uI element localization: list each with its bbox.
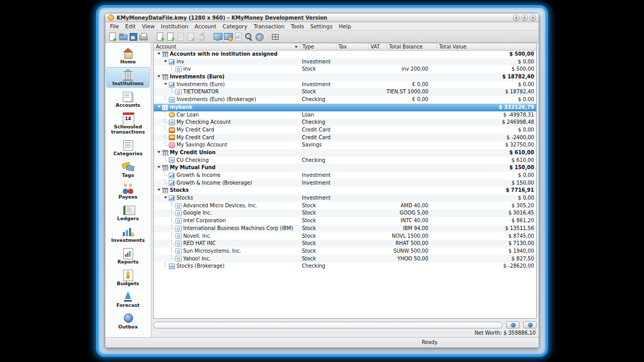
- account-name: My Mutual Fund: [170, 164, 215, 172]
- type-cell: Investment: [300, 179, 336, 187]
- sidebar-item-ledgers[interactable]: Ledgers: [106, 202, 150, 223]
- account-row[interactable]: Google Inc.StockGOOG 5,00$ 3016,45: [154, 209, 536, 217]
- account-row[interactable]: Investments (Euro) (Brokerage)Checking€ …: [154, 96, 536, 104]
- restore-button[interactable]: ∧: [521, 14, 528, 21]
- savings-icon: [169, 142, 175, 148]
- column-header-vat[interactable]: VAT: [368, 43, 387, 50]
- sidebar-item-forecast[interactable]: Forecast: [106, 289, 150, 309]
- menu-tools[interactable]: Tools: [287, 23, 307, 30]
- menu-view[interactable]: View: [139, 23, 158, 30]
- account-row[interactable]: My Mutual Fund$ 150,00: [154, 164, 536, 172]
- menu-help[interactable]: Help: [335, 23, 354, 30]
- column-header-tax[interactable]: Tax: [336, 43, 368, 50]
- update-prices-button-icon[interactable]: [254, 32, 264, 41]
- account-row[interactable]: StocksInvestment$ 0,00: [154, 194, 536, 202]
- expander-icon[interactable]: [163, 194, 168, 202]
- expander-icon[interactable]: [163, 58, 168, 66]
- total-balance-cell: [387, 164, 437, 172]
- sidebar-item-label: Tags: [107, 173, 149, 178]
- column-header-total-balance[interactable]: Total Balance: [387, 43, 437, 50]
- account-name: Accounts with no institution assigned: [170, 51, 278, 58]
- titlebar[interactable]: KMyMoneyDataFile.kmy (1280 x 960) – KMyM…: [105, 13, 539, 22]
- tax-cell: [336, 172, 368, 179]
- menu-account[interactable]: Account: [191, 23, 219, 30]
- menu-file[interactable]: File: [107, 23, 122, 30]
- save-button-icon[interactable]: [128, 32, 138, 41]
- account-row[interactable]: Yahoo! Inc.StockYHOO 50,00$ 827,50: [154, 255, 536, 263]
- menu-transaction[interactable]: Transaction: [250, 23, 287, 30]
- account-row[interactable]: Growth & IncomeInvestment$ 0,00: [154, 172, 536, 179]
- account-row[interactable]: CU CheckingChecking$ 610,00: [154, 157, 536, 164]
- account-row[interactable]: International Business Machines Corp (IB…: [154, 225, 536, 233]
- account-row[interactable]: My Credit CardCredit Card$ 0,00: [154, 126, 536, 134]
- account-row[interactable]: Advanced Micro Devices, Inc.StockAMD 40,…: [154, 202, 536, 210]
- account-row[interactable]: Intel CorporationStockINTC 40,00$ 861,20: [154, 217, 536, 225]
- sidebar-item-payees[interactable]: Payees: [106, 180, 150, 201]
- column-header-total-value[interactable]: Total Value: [437, 43, 536, 50]
- print-button-icon[interactable]: [139, 32, 148, 41]
- total-value-cell: $ 7716,91: [437, 187, 536, 194]
- sidebar-item-investments[interactable]: Investments: [106, 224, 150, 244]
- account-row[interactable]: Novell, Inc.StockNOVL 1500,00$ 8745,00: [154, 233, 536, 240]
- tree-branch-icon: [169, 65, 175, 73]
- expander-icon[interactable]: [156, 73, 162, 81]
- account-row[interactable]: Sun Microsystems, Inc.StockSUNW 500,00$ …: [154, 248, 536, 255]
- sidebar-item-categories[interactable]: Categories: [106, 137, 150, 158]
- total-balance-cell: [387, 73, 437, 81]
- menu-settings[interactable]: Settings: [307, 23, 335, 30]
- open-file-button-icon[interactable]: [118, 32, 127, 41]
- account-row[interactable]: Growth & Income (Brokerage)Investment$ 1…: [154, 179, 536, 187]
- ledger-view-button-icon[interactable]: [213, 32, 222, 41]
- column-header-account[interactable]: Account: [154, 43, 300, 50]
- progress-button-left[interactable]: [506, 321, 520, 328]
- sidebar-item-institutions[interactable]: Institutions: [106, 67, 150, 88]
- account-row[interactable]: invStockinv 200,00$ 500,00: [154, 65, 536, 73]
- close-button[interactable]: ×: [529, 14, 536, 21]
- sidebar-item-outbox[interactable]: Outbox: [106, 310, 150, 331]
- shade-button[interactable]: ∨: [513, 14, 520, 21]
- account-row[interactable]: My Savings AccountSavings$ 32750,00: [154, 141, 536, 149]
- sidebar-item-home[interactable]: Home: [106, 45, 150, 66]
- sidebar-item-tags[interactable]: Tags: [106, 159, 150, 179]
- account-row[interactable]: TIETOENATORStockTIEN.ST 1000,00$ 18782,4…: [154, 88, 536, 96]
- account-row[interactable]: invInvestment$ 0,00: [154, 58, 536, 66]
- account-row[interactable]: Investments (Euro)Investment€ 0,00$ 0,00: [154, 81, 536, 89]
- vat-cell: [368, 202, 387, 210]
- account-row[interactable]: My Checking AccountChecking$ 246998,48: [154, 119, 536, 126]
- new-account-button-icon[interactable]: [166, 32, 175, 41]
- expander-icon[interactable]: [156, 149, 162, 157]
- menu-institution[interactable]: Institution: [158, 23, 191, 30]
- grid-view-button-icon[interactable]: [271, 32, 280, 41]
- new-file-button-icon[interactable]: [108, 32, 117, 41]
- account-row[interactable]: My Credit Union$ 610,00: [154, 149, 536, 157]
- account-row[interactable]: Car LoanLoan$ -49978,31: [154, 111, 536, 119]
- account-name: Stocks: [176, 194, 193, 202]
- account-row[interactable]: My Credit CardCredit Card$ -2400,00: [154, 134, 536, 142]
- find-transaction-button-icon[interactable]: [244, 32, 253, 41]
- sidebar-item-accounts[interactable]: Accounts: [106, 89, 150, 109]
- account-row[interactable]: RED HAT INCStockRHAT 500,00$ 7130,00: [154, 240, 536, 248]
- column-header-type[interactable]: Type: [300, 43, 336, 50]
- expander-icon[interactable]: [156, 187, 162, 194]
- expander-icon[interactable]: [156, 51, 162, 58]
- menu-edit[interactable]: Edit: [122, 23, 139, 30]
- account-row[interactable]: Stocks$ 7716,91: [154, 187, 536, 194]
- tree-branch-icon: [169, 209, 175, 217]
- account-row[interactable]: Investments (Euro)$ 18782,40: [154, 73, 536, 81]
- expander-icon[interactable]: [156, 164, 162, 172]
- sidebar-item-budgets[interactable]: Budgets: [106, 267, 150, 288]
- account-row[interactable]: Accounts with no institution assigned$ 5…: [154, 51, 536, 58]
- vat-cell: [368, 187, 387, 194]
- account-row[interactable]: Stocks (Brokerage)Checking$ -28620,00: [154, 262, 536, 270]
- account-cell: My Savings Account: [154, 141, 300, 149]
- sidebar-item-scheduled-transactions[interactable]: 14Scheduled transactions: [106, 110, 150, 136]
- investments-view-button-icon[interactable]: [223, 32, 233, 41]
- account-row[interactable]: mybank$ 332126,79: [154, 104, 536, 111]
- expander-icon[interactable]: [163, 81, 168, 89]
- account-cell: RED HAT INC: [154, 240, 300, 248]
- menu-category[interactable]: Category: [219, 23, 250, 30]
- new-institution-button-icon[interactable]: [155, 32, 165, 41]
- sidebar-item-reports[interactable]: Reports: [106, 245, 150, 266]
- expander-icon[interactable]: [156, 104, 162, 111]
- progress-button-right[interactable]: [523, 321, 537, 328]
